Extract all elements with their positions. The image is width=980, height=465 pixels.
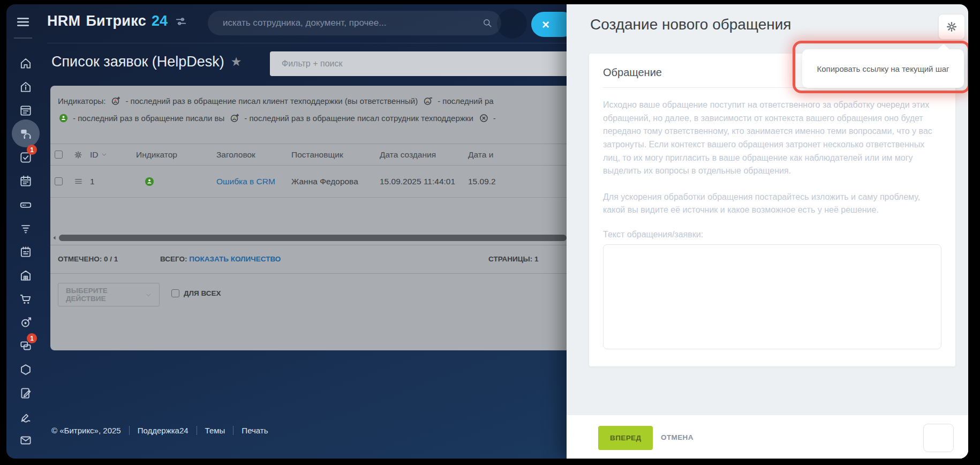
info-paragraph-1: Исходно ваше обращение поступит на ответ… [603,99,941,178]
for-all-option[interactable]: ДЛЯ ВСЕХ [171,289,221,297]
pages-label: СТРАНИЦЫ: [488,255,532,263]
sidebar-item-crmfunnel[interactable] [6,216,45,240]
app-logo: HRM Битрикс 24 [47,13,187,29]
legend-item: - последний раз в обращение писали вы [58,112,224,124]
calendar-icon [19,174,33,188]
sidebar-item-planner[interactable] [6,240,45,264]
legend-label: Индикаторы: [58,96,105,106]
checked-count: ОТМЕЧЕНО: 0 / 1 [58,255,118,263]
global-search [208,11,501,35]
textarea-label: Текст обращения/заявки: [603,230,941,239]
sidebar-item-docsedit[interactable] [6,381,45,405]
sidebar-item-home[interactable] [6,51,45,75]
menu-hamburger-icon[interactable] [15,15,31,29]
filter-search-input[interactable] [281,51,553,76]
search-input[interactable] [222,11,468,35]
column-title[interactable]: Заголовок [216,150,291,160]
total-label: ВСЕГО: [160,255,187,263]
footer-print-link[interactable]: Печать [233,426,268,435]
action-select-dropdown[interactable]: ВЫБЕРИТЕ ДЕЙСТВИЕ [58,283,160,306]
sidebar-item-warehouse[interactable] [6,264,45,287]
ind-gray-x-icon [478,112,489,124]
footer-support-link[interactable]: Поддержка24 [129,426,189,435]
ticket-form-card: Обращение Исходно ваше обращение поступи… [589,54,955,366]
panel-title: Создание нового обращения [590,16,791,33]
helpdesk-grid: Индикаторы: - последний раз в обращение … [50,86,567,350]
settings-tooltip[interactable]: Копировать ссылку на текущий шаг [802,49,964,88]
copy-link-menu-item[interactable]: Копировать ссылку на текущий шаг [817,64,949,73]
sign-icon [19,410,33,424]
cell-author: Жанна Федорова [291,177,380,186]
sidebar-item-target[interactable] [6,311,45,334]
app-window: HRM Битрикс 24 × 11 Список заявок (HelpD… [6,4,968,459]
helpdesk-icon [19,127,33,141]
sidebar-item-sites[interactable] [6,358,45,381]
close-icon: × [542,17,549,32]
ind-red-icon [110,95,122,107]
mail-icon [19,433,33,447]
footer-copyright: © «Битрикс», 2025 [51,426,121,435]
row-menu-icon[interactable] [74,177,83,186]
scrollbar-thumb[interactable] [59,235,567,241]
cell-created: 15.09.2025 11:44:01 [380,177,468,186]
sidebar-item-companyinfo[interactable] [6,75,45,99]
sidebar-item-sign[interactable] [6,405,45,429]
select-all-checkbox[interactable] [55,151,63,159]
sidebar-item-helpdesk[interactable] [6,122,45,146]
page-title: Список заявок (HelpDesk) [51,54,224,70]
column-id[interactable]: ID [90,150,136,160]
search-icon[interactable] [482,18,493,28]
cell-id: 1 [90,177,136,186]
panel-settings-button[interactable] [938,14,965,40]
sidebar-item-calendar[interactable] [6,169,45,193]
ticket-text-input[interactable] [603,244,941,349]
column-author[interactable]: Постановщик [291,150,380,160]
sidebar-item-drive[interactable] [6,193,45,216]
sites-icon [19,363,33,377]
sidebar-item-feed[interactable] [6,99,45,122]
ticket-link[interactable]: Ошибка в CRM [216,177,291,186]
pages-count: СТРАНИЦЫ: 1 [488,255,539,263]
logo-hrm: HRM [47,13,80,29]
sidebar-item-mail[interactable] [6,429,45,452]
column-indicator[interactable]: Индикатор [136,150,216,160]
pages-value: 1 [534,255,539,263]
grid-actions: ВЫБЕРИТЕ ДЕЙСТВИЕ ДЛЯ ВСЕХ [50,273,567,321]
notification-badge: 1 [27,333,37,343]
sidebar-item-cart[interactable] [6,287,45,311]
cancel-button[interactable]: ОТМЕНА [661,433,693,441]
show-count-link[interactable]: ПОКАЗАТЬ КОЛИЧЕСТВО [189,255,281,263]
favorite-star-icon[interactable]: ★ [231,55,242,69]
background-button-shape [497,9,527,39]
scroll-left-arrow-icon[interactable] [51,235,58,241]
for-all-checkbox[interactable] [171,289,179,297]
companyinfo-icon [19,80,33,94]
ind-green-dot-icon [229,112,240,124]
column-modified[interactable]: Дата и [468,150,567,160]
logo-24: 24 [152,13,168,29]
logo-settings-slider-icon[interactable] [175,16,187,27]
new-ticket-slider-panel: Создание нового обращения Обращение Исхо… [567,4,968,459]
column-id-label: ID [90,150,99,160]
table-row[interactable]: 1 Ошибка в CRM Жанна Федорова 15.09.2025… [50,166,567,198]
gear-icon [946,21,958,33]
sort-chevron-icon [101,152,107,158]
panel-corner-box[interactable] [923,424,954,452]
feed-icon [19,103,33,117]
grid-settings-gear-icon[interactable] [74,151,82,159]
sidebar-item-messenger[interactable]: 1 [6,334,45,358]
ind-green-solid-icon [58,112,69,124]
column-created[interactable]: Дата создания [380,150,468,160]
row-checkbox[interactable] [55,177,63,185]
forward-button[interactable]: ВПЕРЕД [598,426,653,450]
target-icon [19,316,33,329]
legend-item: - [478,112,496,124]
footer-themes-link[interactable]: Темы [197,426,225,435]
legend-item: - последний ра [423,95,494,107]
row-indicator-green-icon [144,176,155,188]
legend-line-2: - последний раз в обращение писали вы- п… [58,112,567,124]
for-all-label: ДЛЯ ВСЕХ [184,289,221,297]
sidebar-item-tasks[interactable]: 1 [6,146,45,169]
panel-footer: ВПЕРЕД ОТМЕНА [567,415,968,459]
warehouse-icon [19,268,33,282]
